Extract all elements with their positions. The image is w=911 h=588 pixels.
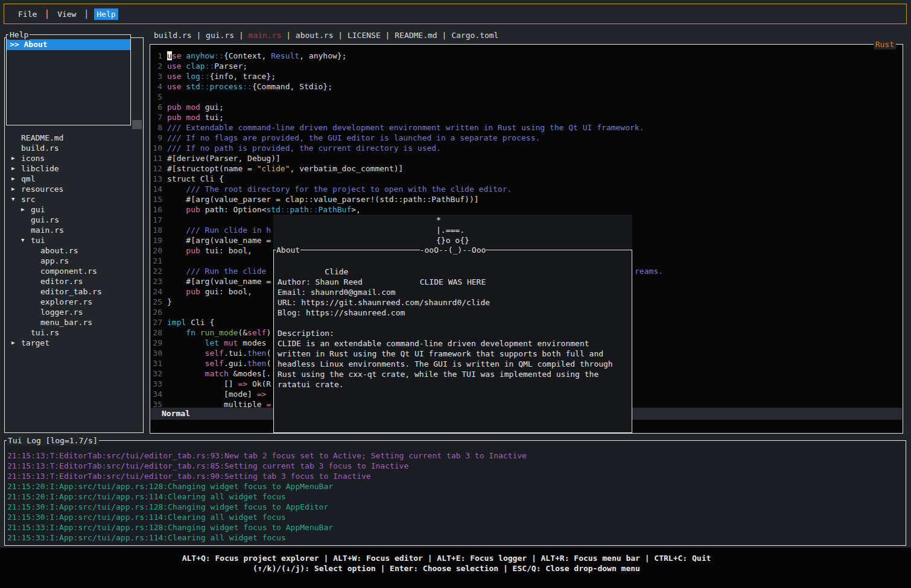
tree-item-main-rs[interactable]: main.rs [5, 225, 142, 235]
code-token: , anyhow}; [299, 51, 346, 60]
line-number: 34 [151, 389, 162, 399]
tree-item-gui-rs[interactable]: gui.rs [5, 215, 142, 225]
code-token: pub [167, 287, 205, 296]
tree-item-label: main.rs [31, 225, 64, 235]
tree-item-target[interactable]: ▶target [5, 338, 142, 348]
tab-license[interactable]: LICENSE [348, 31, 381, 40]
code-token: pub mod [167, 103, 205, 112]
tab-readme-md[interactable]: README.md [395, 31, 437, 40]
tree-item-gui[interactable]: ▶gui [5, 204, 142, 215]
code-token: ( [266, 349, 271, 358]
folder-closed-icon: ▶ [11, 184, 21, 194]
code-token: .gui. [224, 359, 247, 368]
tree-item-qml[interactable]: ▶qml [5, 174, 142, 184]
code-token: /// If no path is provided, the current … [167, 144, 441, 153]
tree-item-label: gui.rs [31, 215, 59, 225]
folder-closed-icon: ▶ [11, 153, 21, 163]
code-line: 9/// If no flags are provided, the GUI e… [151, 133, 902, 143]
help-dropdown-items: >> About [7, 39, 130, 50]
about-text-line: ratatui crate. [274, 379, 632, 390]
tree-item-src[interactable]: ▼src [5, 194, 142, 204]
tree-item-label: about.rs [40, 245, 78, 256]
line-number: 24 [151, 286, 162, 297]
about-text-line [274, 318, 632, 328]
menu-item-file[interactable]: File [16, 8, 39, 20]
tree-item-label: target [21, 338, 49, 348]
line-number: 23 [151, 276, 162, 286]
text-cursor: u [167, 51, 172, 60]
code-token: #[derive(Parser, Debug)] [167, 154, 281, 163]
code-token: PathBuf [318, 205, 351, 214]
code-token: => [238, 379, 247, 388]
tree-item-label: gui [31, 204, 45, 215]
tab-separator: | [281, 31, 295, 40]
line-number: 16 [151, 204, 162, 215]
tab-about-rs[interactable]: about.rs [296, 31, 334, 40]
code-token: {Command, Stdio}; [252, 82, 332, 91]
code-token: /// The root directory for the project t… [167, 185, 512, 194]
tree-item-readme-md[interactable]: README.md [5, 133, 142, 143]
tree-item-logger-rs[interactable]: logger.rs [5, 307, 142, 317]
code-token: tui: bool, [205, 246, 252, 255]
menu-item-view[interactable]: View [55, 8, 78, 20]
code-token: :: [309, 205, 319, 214]
tree-item-build-rs[interactable]: build.rs [5, 143, 142, 153]
code-token: Ok(R [247, 379, 271, 388]
status-bar: ALT+Q: Focus project explorer | ALT+W: F… [0, 548, 911, 588]
code-token: #[arg(value_name = [167, 236, 271, 245]
tree-item-component-rs[interactable]: component.rs [5, 266, 142, 276]
shortcut-hints-line2: (↑/k)/(↓/j): Select option | Enter: Choo… [0, 563, 893, 574]
tree-item-editor-rs[interactable]: editor.rs [5, 276, 142, 286]
tree-item-resources[interactable]: ▶resources [5, 184, 142, 194]
code-token: struct Cli { [167, 174, 224, 183]
tree-item-label: icons [21, 153, 45, 163]
code-line: 1use anyhow::{Context, Result, anyhow}; [151, 51, 902, 61]
code-token: #[arg(value_parser = clap::value_parser!… [167, 195, 479, 204]
log-entries: 21:15:13:T:EditorTab:src/tui/editor_tab.… [7, 450, 905, 543]
help-menu-dropdown: Help >> About [6, 34, 131, 125]
line-number: 20 [151, 245, 162, 256]
tree-item-label: src [21, 194, 35, 204]
tree-item-label: tui.rs [31, 327, 59, 338]
line-number: 12 [151, 163, 162, 174]
code-line: 8/// Extendable command-line driven deve… [151, 122, 902, 133]
code-token: :: [281, 205, 290, 214]
tree-item-explorer-rs[interactable]: explorer.rs [5, 297, 142, 307]
tree-item-libclide[interactable]: ▶libclide [5, 163, 142, 174]
code-token: std [266, 205, 280, 214]
log-entry: 21:15:33:I:App:src/tui/app.rs:128:Changi… [7, 522, 905, 533]
explorer-scrollbar-thumb[interactable] [132, 120, 142, 129]
tab-cargo-toml[interactable]: Cargo.toml [451, 31, 498, 40]
code-token: {info, trace}; [209, 72, 276, 81]
code-token: /// Extendable command-line driven devel… [167, 123, 644, 132]
mode-label: Normal [162, 409, 190, 418]
tree-item-icons[interactable]: ▶icons [5, 153, 142, 163]
code-token: :: [200, 72, 210, 81]
tree-item-tui[interactable]: ▼tui [5, 235, 142, 245]
code-line: 6pub mod gui; [151, 102, 902, 112]
tab-build-rs[interactable]: build.rs [154, 31, 192, 40]
code-token: pub [167, 246, 205, 255]
tree-item-about-rs[interactable]: about.rs [5, 245, 142, 256]
tree-item-editor-tab-rs[interactable]: editor_tab.rs [5, 286, 142, 297]
code-token: => [257, 390, 267, 399]
tab-main-rs[interactable]: main.rs [249, 31, 282, 40]
tree-item-tui-rs[interactable]: tui.rs [5, 327, 142, 338]
tree-item-menu-bar-rs[interactable]: menu_bar.rs [5, 317, 142, 327]
line-number: 25 [151, 297, 162, 307]
about-text-line: written in Rust using the Qt UI framewor… [274, 349, 632, 359]
menu-item-help[interactable]: Help [94, 8, 118, 20]
folder-open-icon: ▼ [11, 194, 21, 204]
help-menu-item-about[interactable]: >> About [7, 39, 130, 50]
tree-item-label: editor.rs [40, 276, 83, 286]
about-dialog-box: About -ooO--(_)--Ooo Clide CLIDE WAS HER… [273, 250, 632, 433]
code-token: /// Run clide in h [167, 226, 271, 235]
tree-item-label: explorer.rs [40, 297, 92, 307]
code-line: 11#[derive(Parser, Debug)] [151, 153, 902, 163]
tab-gui-rs[interactable]: gui.rs [206, 31, 234, 40]
help-dropdown-title: Help [8, 30, 30, 40]
tree-item-app-rs[interactable]: app.rs [5, 256, 142, 266]
log-panel[interactable]: Tui Log [log=1.7/s] 21:15:13:T:EditorTab… [4, 440, 906, 546]
code-token: /// If no flags are provided, the GUI ed… [167, 133, 540, 142]
code-line-22-tail: reams. [635, 266, 663, 276]
